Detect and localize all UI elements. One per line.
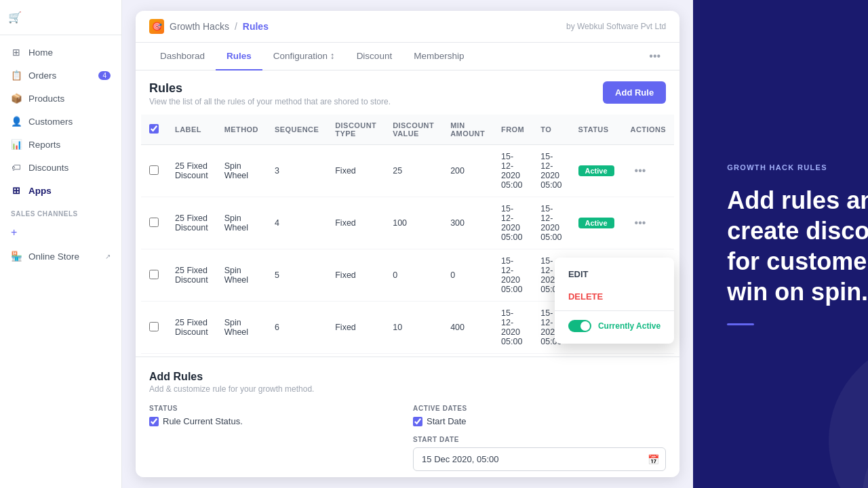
- orders-badge: 4: [98, 71, 111, 80]
- app-title: 🎯 Growth Hacks / Rules: [149, 19, 269, 34]
- cell-from: 15-12-2020 05:00: [493, 197, 532, 249]
- status-checkbox[interactable]: [149, 417, 159, 426]
- sidebar-item-label: Apps: [28, 186, 52, 196]
- sidebar-item-orders[interactable]: 📋 Orders 4: [0, 64, 121, 87]
- rules-title-group: Rules View the list of all the rules of …: [149, 81, 391, 106]
- start-date-checkbox[interactable]: [413, 417, 422, 426]
- table-row: 25 Fixed Discount Spin Wheel 3 Fixed 25 …: [141, 145, 674, 197]
- col-sequence: SEQUENCE: [267, 115, 327, 145]
- separator: /: [235, 21, 237, 32]
- tab-rules[interactable]: Rules: [216, 43, 262, 70]
- app-icon: 🎯: [149, 19, 164, 34]
- cell-label: 25 Fixed Discount: [167, 302, 216, 354]
- cell-discount-value: 0: [384, 249, 442, 302]
- status-badge: Active: [578, 165, 614, 176]
- sidebar-item-label: Reports: [28, 140, 60, 150]
- add-sales-channel[interactable]: +: [0, 220, 121, 245]
- discounts-icon: 🏷: [11, 162, 22, 173]
- sidebar-nav: ⊞ Home 📋 Orders 4 📦 Products 👤 Customers…: [0, 35, 121, 488]
- col-label: LABEL: [167, 115, 216, 145]
- tabs-more-button[interactable]: •••: [644, 45, 666, 68]
- cell-min-amount: 300: [442, 197, 493, 249]
- cell-discount-value: 100: [384, 197, 442, 249]
- calendar-icon: 📅: [648, 454, 659, 465]
- cell-actions: •••: [623, 145, 675, 197]
- start-date-label: Start date: [413, 436, 666, 443]
- cell-method: Spin Wheel: [216, 145, 267, 197]
- sidebar-item-customers[interactable]: 👤 Customers: [0, 110, 121, 133]
- app-by: by Webkul Software Pvt Ltd: [566, 22, 666, 31]
- sidebar: 🛒 ⊞ Home 📋 Orders 4 📦 Products 👤 Custome…: [0, 0, 122, 488]
- rules-subtitle: View the list of all the rules of your m…: [149, 97, 391, 106]
- active-dates-group: ACTIVE DATES Start Date Start date 📅: [413, 405, 666, 471]
- active-toggle[interactable]: [568, 320, 591, 332]
- row-checkbox[interactable]: [149, 270, 159, 279]
- add-rules-section: Add Rules Add & customize rule for your …: [136, 357, 679, 477]
- tab-membership[interactable]: Membership: [403, 43, 475, 70]
- app-header: 🎯 Growth Hacks / Rules by Webkul Softwar…: [136, 11, 679, 43]
- cell-sequence: 3: [267, 145, 327, 197]
- cell-discount-value: 25: [384, 145, 442, 197]
- tab-discount[interactable]: Discount: [346, 43, 403, 70]
- sidebar-item-apps[interactable]: ⊞ Apps: [0, 179, 121, 202]
- cell-sequence: 5: [267, 249, 327, 302]
- sidebar-item-online-store[interactable]: 🏪 Online Store ↗: [0, 245, 121, 268]
- sidebar-item-label: Online Store: [28, 251, 79, 262]
- sidebar-item-products[interactable]: 📦 Products: [0, 87, 121, 110]
- row-actions-button[interactable]: •••: [631, 163, 650, 178]
- right-heading-small: GROWTH HACK RULES: [727, 163, 868, 171]
- tabs-bar: Dashborad Rules Configuration ↕ Discount…: [136, 43, 679, 70]
- add-rules-subtitle: Add & customize rule for your growth met…: [149, 384, 666, 394]
- orders-icon: 📋: [11, 70, 22, 81]
- start-date-input[interactable]: [413, 447, 666, 471]
- row-actions-button[interactable]: •••: [631, 216, 650, 230]
- add-rules-title: Add Rules: [149, 371, 666, 383]
- cell-min-amount: 0: [442, 249, 493, 302]
- add-rule-button[interactable]: Add Rule: [603, 81, 666, 104]
- sidebar-item-reports[interactable]: 📊 Reports: [0, 133, 121, 156]
- status-group: STATUS Rule Current Status.: [149, 405, 402, 471]
- select-all-checkbox[interactable]: [149, 124, 159, 134]
- sidebar-item-label: Discounts: [28, 163, 68, 173]
- tab-dashborad[interactable]: Dashborad: [149, 43, 216, 70]
- col-discount-type: DISCOUNT TYPE: [327, 115, 384, 145]
- sidebar-logo: 🛒: [0, 0, 121, 35]
- card-container: 🎯 Growth Hacks / Rules by Webkul Softwar…: [136, 11, 679, 477]
- right-heading-large: Add rules and create discounts for custo…: [727, 185, 868, 307]
- cell-discount-type: Fixed: [327, 197, 384, 249]
- sidebar-item-home[interactable]: ⊞ Home: [0, 41, 121, 64]
- tab-configuration[interactable]: Configuration ↕: [262, 43, 346, 70]
- sidebar-item-label: Customers: [28, 117, 73, 127]
- sidebar-item-label: Products: [28, 94, 64, 104]
- status-checkbox-row: Rule Current Status.: [149, 416, 402, 426]
- start-date-checkbox-row: Start Date: [413, 416, 666, 426]
- cell-method: Spin Wheel: [216, 302, 267, 354]
- start-date-group: Start date 📅: [413, 436, 666, 471]
- cell-method: Spin Wheel: [216, 249, 267, 302]
- sidebar-item-label: Home: [28, 47, 53, 58]
- row-checkbox[interactable]: [149, 322, 159, 331]
- col-min-amount: MIN AMOUNT: [442, 115, 493, 145]
- row-checkbox[interactable]: [149, 165, 159, 175]
- toggle-row: Currently Active: [555, 314, 674, 338]
- row-checkbox[interactable]: [149, 218, 159, 227]
- delete-button[interactable]: DELETE: [555, 285, 674, 308]
- right-panel: GROWTH HACK RULES Add rules and create d…: [693, 0, 868, 488]
- app-name: Growth Hacks: [170, 21, 229, 32]
- cell-status: Active: [570, 197, 623, 249]
- sidebar-logo-text: 🛒: [8, 12, 22, 23]
- col-status: STATUS: [570, 115, 623, 145]
- col-actions: ACTIONS: [623, 115, 675, 145]
- cell-discount-type: Fixed: [327, 249, 384, 302]
- apps-icon: ⊞: [11, 185, 22, 196]
- right-divider: [727, 323, 754, 325]
- sales-channels-label: SALES CHANNELS: [0, 202, 121, 220]
- cell-from: 15-12-2020 05:00: [493, 145, 532, 197]
- reports-icon: 📊: [11, 139, 22, 150]
- sidebar-item-discounts[interactable]: 🏷 Discounts: [0, 156, 121, 179]
- cell-actions: •••: [623, 197, 675, 249]
- cell-to: 15-12-2020 05:00: [532, 197, 570, 249]
- toggle-label: Currently Active: [598, 321, 660, 331]
- edit-button[interactable]: EDIT: [555, 263, 674, 285]
- rules-header: Rules View the list of all the rules of …: [136, 70, 679, 115]
